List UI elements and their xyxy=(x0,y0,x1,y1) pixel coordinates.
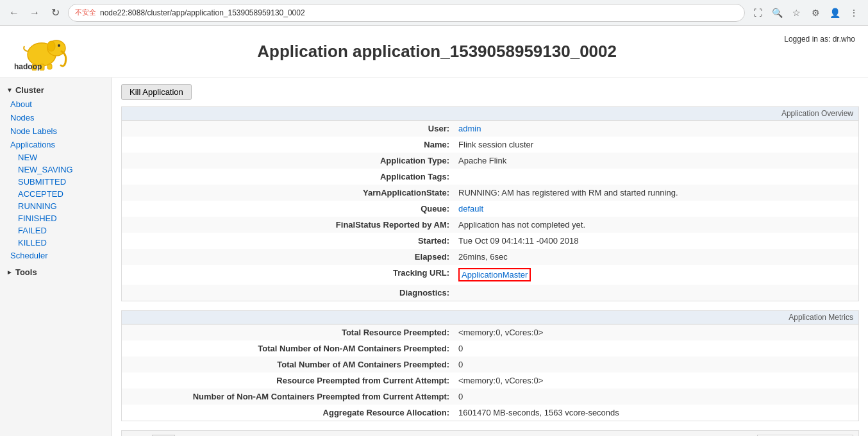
svg-rect-6 xyxy=(47,64,52,69)
security-indicator: 不安全 xyxy=(75,8,96,17)
overview-label-finalstatus: FinalStatus Reported by AM: xyxy=(122,217,453,233)
sidebar-item-new-saving[interactable]: NEW_SAVING xyxy=(5,164,112,176)
extension-icon[interactable]: ⚙ xyxy=(808,5,823,21)
overview-label-name: Name: xyxy=(122,137,453,153)
menu-icon[interactable]: ⋮ xyxy=(846,5,862,21)
overview-label-elapsed: Elapsed: xyxy=(122,249,453,265)
reload-button[interactable]: ↻ xyxy=(47,5,63,21)
sidebar-item-submitted[interactable]: SUBMITTED xyxy=(5,176,112,188)
overview-value-user: admin xyxy=(453,121,858,137)
main-layout: ▼ Cluster About Nodes Node Labels Applic… xyxy=(0,78,868,436)
sidebar-item-new[interactable]: NEW xyxy=(5,151,112,164)
overview-row-queue: Queue: default xyxy=(122,201,858,217)
overview-label-apptype: Application Type: xyxy=(122,153,453,169)
cluster-arrow-icon: ▼ xyxy=(6,87,13,94)
sidebar-item-nodes[interactable]: Nodes xyxy=(0,111,112,124)
cluster-label: Cluster xyxy=(15,85,44,95)
overview-label-diagnostics: Diagnostics: xyxy=(122,285,453,301)
browser-chrome: ← → ↻ 不安全 node22:8088/cluster/app/applic… xyxy=(0,0,868,26)
tracking-url-link[interactable]: ApplicationMaster xyxy=(458,268,531,281)
overview-row-started: Started: Tue Oct 09 04:14:11 -0400 2018 xyxy=(122,233,858,249)
overview-label-tracking: Tracking URL: xyxy=(122,265,453,285)
overview-label-user: User: xyxy=(122,121,453,137)
logo-area: hadoop xyxy=(13,32,90,71)
queue-link[interactable]: default xyxy=(458,204,483,214)
metrics-panel-header: Application Metrics xyxy=(122,311,858,324)
metrics-row-1: Total Number of Non-AM Containers Preemp… xyxy=(122,340,858,356)
overview-value-elapsed: 26mins, 6sec xyxy=(453,249,858,265)
user-link[interactable]: admin xyxy=(458,124,481,133)
applications-sub-items: NEW NEW_SAVING SUBMITTED ACCEPTED RUNNIN… xyxy=(0,151,112,249)
overview-label-queue: Queue: xyxy=(122,201,453,217)
user-info: Logged in as: dr.who xyxy=(784,35,855,44)
overview-row-yarnstate: YarnApplicationState: RUNNING: AM has re… xyxy=(122,185,858,201)
attempts-section: Show 20 entries Search: xyxy=(121,430,859,436)
metrics-label-2: Total Number of AM Containers Preempted: xyxy=(122,356,453,373)
sidebar-item-applications[interactable]: Applications xyxy=(0,138,112,151)
cluster-section-header[interactable]: ▼ Cluster xyxy=(0,83,112,97)
sidebar-item-running[interactable]: RUNNING xyxy=(5,200,112,212)
kill-application-button[interactable]: Kill Application xyxy=(121,84,192,100)
tools-section-header[interactable]: ► Tools xyxy=(0,265,112,280)
header: hadoop Application application_153905895… xyxy=(0,26,868,78)
metrics-row-4: Number of Non-AM Containers Preempted fr… xyxy=(122,389,858,405)
page: hadoop Application application_153905895… xyxy=(0,26,868,436)
svg-point-3 xyxy=(47,41,55,51)
overview-value-yarnstate: RUNNING: AM has registered with RM and s… xyxy=(453,185,858,201)
overview-row-diagnostics: Diagnostics: xyxy=(122,285,858,301)
overview-row-elapsed: Elapsed: 26mins, 6sec xyxy=(122,249,858,265)
metrics-panel: Application Metrics Total Resource Preem… xyxy=(121,310,859,421)
overview-label-apptags: Application Tags: xyxy=(122,169,453,185)
tools-arrow-icon: ► xyxy=(6,269,13,276)
hadoop-logo: hadoop xyxy=(13,32,90,71)
sidebar-item-killed[interactable]: KILLED xyxy=(5,237,112,249)
overview-row-apptags: Application Tags: xyxy=(122,169,858,185)
overview-value-queue: default xyxy=(453,201,858,217)
zoom-icon[interactable]: 🔍 xyxy=(769,5,785,21)
overview-value-apptags xyxy=(453,169,858,185)
svg-text:hadoop: hadoop xyxy=(14,62,42,71)
sidebar-item-scheduler[interactable]: Scheduler xyxy=(0,249,112,262)
forward-button[interactable]: → xyxy=(27,5,42,21)
page-title: Application application_1539058959130_00… xyxy=(103,42,771,62)
overview-value-tracking: ApplicationMaster xyxy=(453,265,858,285)
metrics-value-2: 0 xyxy=(453,356,858,373)
overview-row-user: User: admin xyxy=(122,121,858,137)
browser-icons: ⛶ 🔍 ☆ ⚙ 👤 ⋮ xyxy=(750,5,862,21)
metrics-value-3: <memory:0, vCores:0> xyxy=(453,373,858,389)
metrics-label-5: Aggregate Resource Allocation: xyxy=(122,405,453,421)
sidebar-item-accepted[interactable]: ACCEPTED xyxy=(5,188,112,200)
address-bar: 不安全 node22:8088/cluster/app/application_… xyxy=(68,4,745,22)
overview-row-tracking: Tracking URL: ApplicationMaster xyxy=(122,265,858,285)
sidebar-item-nodelabels[interactable]: Node Labels xyxy=(0,124,112,138)
overview-row-apptype: Application Type: Apache Flink xyxy=(122,153,858,169)
overview-panel: Application Overview User: admin Name: F… xyxy=(121,106,859,301)
sidebar-item-finished[interactable]: FINISHED xyxy=(5,212,112,224)
profile-icon[interactable]: 👤 xyxy=(827,5,842,21)
sidebar-item-about[interactable]: About xyxy=(0,97,112,111)
metrics-label-3: Resource Preempted from Current Attempt: xyxy=(122,373,453,389)
overview-value-diagnostics xyxy=(453,285,858,301)
metrics-row-3: Resource Preempted from Current Attempt:… xyxy=(122,373,858,389)
screenshot-icon[interactable]: ⛶ xyxy=(750,5,765,21)
overview-row-name: Name: Flink session cluster xyxy=(122,137,858,153)
metrics-row-2: Total Number of AM Containers Preempted:… xyxy=(122,356,858,373)
entries-controls: Show 20 entries Search: xyxy=(122,431,858,436)
metrics-table: Total Resource Preempted: <memory:0, vCo… xyxy=(122,324,858,421)
url-text: node22:8088/cluster/app/application_1539… xyxy=(100,8,305,17)
overview-label-started: Started: xyxy=(122,233,453,249)
sidebar: ▼ Cluster About Nodes Node Labels Applic… xyxy=(0,78,112,436)
metrics-label-0: Total Resource Preempted: xyxy=(122,324,453,340)
svg-point-2 xyxy=(58,44,60,47)
overview-panel-header: Application Overview xyxy=(122,107,858,121)
metrics-row-5: Aggregate Resource Allocation: 1601470 M… xyxy=(122,405,858,421)
metrics-value-1: 0 xyxy=(453,340,858,356)
metrics-value-5: 1601470 MB-seconds, 1563 vcore-seconds xyxy=(453,405,858,421)
sidebar-item-failed[interactable]: FAILED xyxy=(5,224,112,237)
overview-label-yarnstate: YarnApplicationState: xyxy=(122,185,453,201)
tools-section: ► Tools xyxy=(0,265,112,280)
overview-table: User: admin Name: Flink session cluster … xyxy=(122,121,858,301)
star-icon[interactable]: ☆ xyxy=(789,5,804,21)
back-button[interactable]: ← xyxy=(6,5,22,21)
overview-value-name: Flink session cluster xyxy=(453,137,858,153)
